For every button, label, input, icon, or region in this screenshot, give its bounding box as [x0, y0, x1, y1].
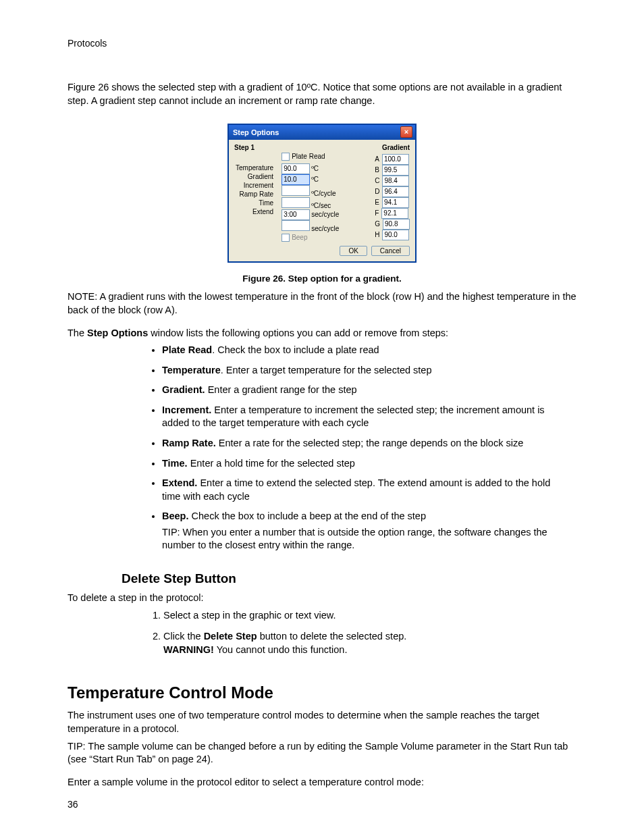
close-icon[interactable]: ×: [400, 126, 412, 138]
time-field[interactable]: 3:00: [281, 209, 310, 220]
step-label: Step 1: [234, 144, 254, 151]
tcm-heading: Temperature Control Mode: [68, 683, 576, 702]
note-text: NOTE: A gradient runs with the lowest te…: [68, 290, 576, 317]
row-label: Time: [234, 199, 275, 207]
list-item: Gradient. Enter a gradient range for the…: [162, 384, 576, 397]
list-item: Increment. Enter a temperature to increm…: [162, 404, 576, 430]
gradient-heading: Gradient: [382, 144, 410, 151]
list-item: Select a step in the graphic or text vie…: [163, 608, 576, 622]
figure-caption: Figure 26. Step option for a gradient.: [68, 273, 576, 284]
increment-field[interactable]: [281, 185, 310, 196]
tcm-para1: The instrument uses one of two temperatu…: [68, 709, 576, 735]
grad-cell: 96.4: [382, 186, 409, 197]
list-item: Time. Enter a hold time for the selected…: [162, 457, 576, 471]
grad-cell: 99.5: [382, 165, 409, 176]
ramp-field[interactable]: [281, 197, 310, 208]
temperature-field[interactable]: 90.0: [281, 163, 310, 174]
list-item: Temperature. Enter a target temperature …: [162, 364, 576, 377]
step-options-dialog: Step Options × Step 1 Gradient Temperatu…: [227, 124, 417, 263]
grad-cell: 94.1: [382, 197, 409, 208]
running-head: Protocols: [68, 38, 576, 49]
list-item: Ramp Rate. Enter a rate for the selected…: [162, 437, 576, 450]
options-intro: The Step Options window lists the follow…: [68, 327, 576, 340]
delete-steps-list: Select a step in the graphic or text vie…: [68, 608, 576, 656]
grad-cell: 90.8: [383, 219, 410, 230]
list-item: Plate Read. Check the box to include a p…: [162, 344, 576, 357]
grad-cell: 92.1: [381, 208, 408, 219]
dialog-title: Step Options: [233, 128, 279, 136]
ok-button[interactable]: OK: [340, 246, 367, 256]
extend-field[interactable]: [281, 220, 310, 231]
list-item: Extend. Enter a time to extend the selec…: [162, 477, 576, 503]
row-label: Increment: [234, 181, 275, 190]
beep-checkbox[interactable]: [281, 234, 290, 242]
tcm-para2: Enter a sample volume in the protocol ed…: [68, 776, 576, 789]
gradient-field[interactable]: 10.0: [281, 174, 310, 185]
grad-cell: 90.0: [382, 230, 409, 240]
grad-cell: 100.0: [382, 154, 409, 165]
delete-step-heading: Delete Step Button: [122, 571, 576, 586]
grad-cell: 98.4: [382, 176, 409, 186]
page-number: 36: [68, 799, 78, 810]
row-label: Extend: [234, 207, 275, 216]
plate-read-checkbox[interactable]: [281, 153, 290, 161]
plate-read-label: Plate Read: [292, 153, 325, 160]
beep-label: Beep: [292, 234, 307, 241]
row-label: Temperature: [234, 163, 275, 172]
row-label: Ramp Rate: [234, 190, 275, 199]
options-list: Plate Read. Check the box to include a p…: [68, 344, 576, 552]
list-item: Click the Delete Step button to delete t…: [163, 629, 576, 657]
row-label: Gradient: [234, 172, 275, 181]
list-item: Beep. Check the box to include a beep at…: [162, 510, 576, 552]
delete-intro: To delete a step in the protocol:: [68, 592, 576, 605]
tcm-tip: TIP: The sample volume can be changed be…: [68, 740, 576, 766]
intro-paragraph: Figure 26 shows the selected step with a…: [68, 81, 576, 107]
tip-text: TIP: When you enter a number that is out…: [162, 526, 556, 552]
cancel-button[interactable]: Cancel: [371, 246, 410, 256]
